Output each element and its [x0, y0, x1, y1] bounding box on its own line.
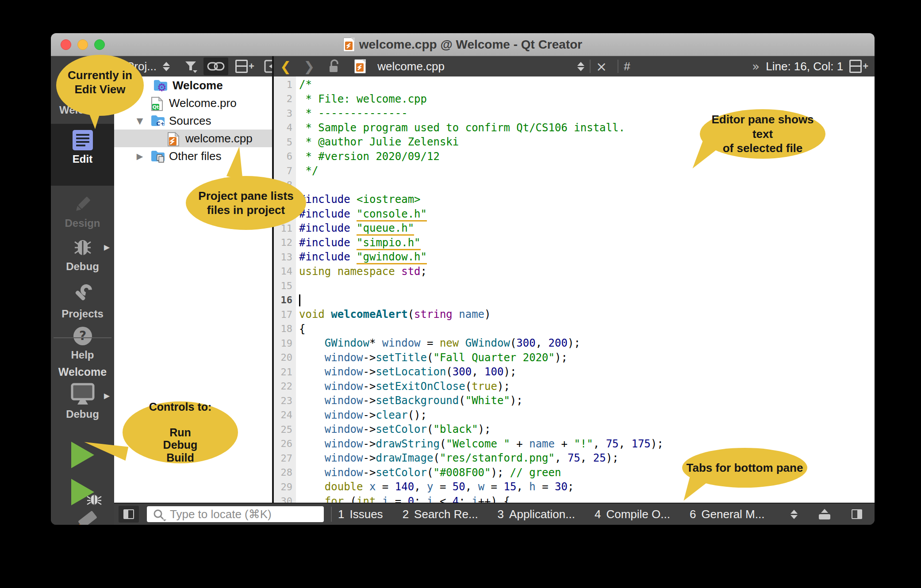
- cursor-position-indicator[interactable]: Line: 16, Col: 1: [766, 60, 843, 73]
- output-tab-general-m-[interactable]: 6General M...: [690, 508, 765, 521]
- code-text: window->setLocation(300, 100);: [296, 366, 516, 378]
- toggle-left-pane-button[interactable]: [119, 506, 139, 523]
- line-number: 4: [274, 121, 296, 135]
- symbol-navigator-dropdown[interactable]: #: [624, 60, 630, 73]
- output-tab-compile-o-[interactable]: 4Compile O...: [595, 508, 670, 521]
- code-line-23[interactable]: 23 window->setBackground("White");: [274, 393, 875, 408]
- link-with-editor-button[interactable]: [203, 57, 228, 75]
- code-line-24[interactable]: 24 window->clear();: [274, 408, 875, 423]
- code-line-10[interactable]: 10#include "console.h": [274, 207, 875, 221]
- minimize-window-button[interactable]: [77, 39, 88, 50]
- mode-projects[interactable]: Projects: [51, 283, 114, 320]
- toggle-right-pane-button[interactable]: [852, 509, 862, 519]
- line-number: 20: [274, 351, 296, 365]
- output-tab-application-[interactable]: 3Application...: [498, 508, 575, 521]
- code-line-16[interactable]: 16: [274, 293, 875, 308]
- line-number: 28: [274, 466, 296, 480]
- other-folder-icon: [150, 149, 165, 163]
- code-line-18[interactable]: 18{: [274, 322, 875, 336]
- document-selector-arrows-icon[interactable]: [577, 62, 584, 71]
- code-line-19[interactable]: 19 GWindow* window = new GWindow(300, 20…: [274, 336, 875, 351]
- kit-name-label: Welcome: [51, 366, 114, 378]
- code-line-26[interactable]: 26 window->drawString("Welcome " + name …: [274, 437, 875, 451]
- pane-selector-arrows-icon[interactable]: [163, 62, 170, 71]
- tree-item-label: Sources: [169, 114, 211, 128]
- build-button[interactable]: [51, 513, 114, 525]
- locator-input[interactable]: Type to locate (⌘K): [147, 506, 324, 522]
- mode-help[interactable]: ? Help: [51, 325, 114, 361]
- debug-bug-overlay-icon: [85, 493, 103, 508]
- debug-run-button[interactable]: [51, 479, 114, 505]
- debug-submenu-arrow-icon[interactable]: ▶: [104, 243, 110, 252]
- line-number: 18: [274, 322, 296, 336]
- line-number: 30: [274, 494, 296, 503]
- code-text: window->clear();: [296, 409, 427, 421]
- svg-text:⚙: ⚙: [157, 81, 167, 92]
- bottom-bar-right-controls: [784, 509, 862, 519]
- output-tab-issues[interactable]: 1Issues: [338, 508, 383, 521]
- output-pane-arrows-icon[interactable]: [791, 510, 798, 519]
- open-file-icon: [354, 59, 366, 73]
- code-line-13[interactable]: 13#include "gwindow.h": [274, 250, 875, 264]
- kit-selector[interactable]: Debug ▶: [51, 382, 114, 420]
- mode-design[interactable]: Design: [51, 193, 114, 229]
- close-document-button[interactable]: ×: [596, 59, 607, 74]
- title-bar[interactable]: welcome.cpp @ Welcome - Qt Creator: [51, 33, 875, 56]
- screenshot-stage: welcome.cpp @ Welcome - Qt Creator Welco…: [0, 0, 921, 588]
- line-number: 29: [274, 480, 296, 494]
- line-number: 26: [274, 437, 296, 451]
- code-line-7[interactable]: 7 */: [274, 164, 875, 178]
- expand-arrow-icon[interactable]: ▶: [134, 151, 145, 161]
- kit-submenu-arrow-icon[interactable]: ▶: [104, 391, 110, 400]
- output-tab-number: 6: [690, 508, 696, 521]
- split-pane-button[interactable]: +: [232, 57, 258, 75]
- output-tab-label: Search Re...: [414, 508, 478, 521]
- code-text: window->setExitOnClose(true);: [296, 380, 510, 393]
- maximize-output-pane-button[interactable]: [819, 509, 830, 519]
- link-chain-icon: [207, 61, 225, 71]
- toolbar-overflow-chevron[interactable]: »: [752, 59, 760, 74]
- code-line-12[interactable]: 12#include "simpio.h": [274, 236, 875, 250]
- unlocked-icon[interactable]: [328, 59, 341, 74]
- output-tab-number: 3: [498, 508, 504, 521]
- code-line-30[interactable]: 30 for (int i = 0; i < 4; i++) {: [274, 494, 875, 503]
- code-line-11[interactable]: 11#include "queue.h": [274, 221, 875, 236]
- hammer-icon: [67, 513, 98, 525]
- wrench-icon: [71, 283, 94, 306]
- code-line-22[interactable]: 22 window->setExitOnClose(true);: [274, 379, 875, 394]
- line-number: 6: [274, 149, 296, 164]
- tree-item-welcome-cpp[interactable]: welcome.cpp: [114, 130, 272, 147]
- split-editor-button[interactable]: +: [849, 60, 868, 73]
- output-tab-search-re-[interactable]: 2Search Re...: [403, 508, 478, 521]
- zoom-window-button[interactable]: [94, 39, 105, 50]
- code-line-9[interactable]: 9#include <iostream>: [274, 192, 875, 207]
- output-tab-label: Compile O...: [606, 508, 670, 521]
- code-line-8[interactable]: 8: [274, 178, 875, 193]
- open-document-selector[interactable]: welcome.cpp: [377, 60, 445, 73]
- code-line-25[interactable]: 25 window->setColor("black");: [274, 422, 875, 437]
- mode-projects-label: Projects: [51, 308, 114, 320]
- callout-editor-pane: Editor pane shows text of selected file: [700, 109, 825, 159]
- mode-edit[interactable]: Edit: [51, 124, 114, 186]
- code-line-15[interactable]: 15: [274, 279, 875, 293]
- code-text: * --------------: [296, 107, 408, 119]
- navigate-forward-button[interactable]: ❯: [303, 59, 315, 74]
- line-number: 3: [274, 106, 296, 121]
- code-line-20[interactable]: 20 window->setTitle("Fall Quarter 2020")…: [274, 351, 875, 365]
- pencil-icon: [72, 193, 94, 215]
- cpp-file-icon: [167, 132, 182, 145]
- collapse-arrow-icon[interactable]: ▼: [134, 116, 145, 126]
- mode-debug[interactable]: Debug ▶: [51, 237, 114, 273]
- code-line-21[interactable]: 21 window->setLocation(300, 100);: [274, 365, 875, 379]
- navigate-back-button[interactable]: ❮: [280, 59, 291, 74]
- tree-item-sources[interactable]: ▼C+Sources: [114, 112, 272, 130]
- callout-bottom-tabs: Tabs for bottom pane: [682, 448, 807, 488]
- code-line-2[interactable]: 2 * File: welcome.cpp: [274, 92, 875, 107]
- code-line-1[interactable]: 1/*: [274, 77, 875, 92]
- code-line-14[interactable]: 14using namespace std;: [274, 264, 875, 279]
- code-line-17[interactable]: 17void welcomeAlert(string name): [274, 307, 875, 322]
- qt-pro-file-icon: Qt: [150, 96, 165, 110]
- filter-button[interactable]: [180, 57, 201, 75]
- tree-item-label: Other files: [169, 149, 222, 163]
- close-window-button[interactable]: [61, 39, 71, 50]
